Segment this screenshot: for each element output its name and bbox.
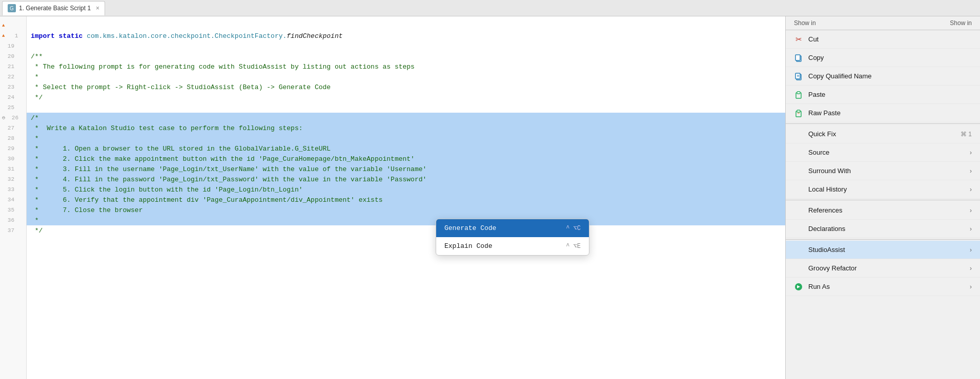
code-line: * 1. Open a browser to the URL stored in… <box>27 143 785 154</box>
code-line: /* <box>27 113 785 123</box>
local-history-icon <box>794 185 803 194</box>
references-label: References <box>808 206 965 214</box>
gutter-line: 28 <box>0 133 26 143</box>
surround-with-menu-item[interactable]: Surround With › <box>786 162 980 180</box>
paste-menu-item[interactable]: Paste <box>786 86 980 104</box>
studio-assist-arrow-icon: › <box>970 246 972 254</box>
generate-code-shortcut: ^ ⌥C <box>566 224 581 232</box>
groovy-refactor-arrow-icon: › <box>970 265 972 272</box>
code-line: */ <box>27 225 785 236</box>
quick-fix-icon <box>794 130 803 139</box>
gutter-line: 22 <box>0 72 26 82</box>
quick-fix-shortcut: ⌘ 1 <box>961 131 972 138</box>
code-line: * 6. Verify that the appointment div 'Pa… <box>27 195 785 205</box>
paste-icon <box>794 90 803 99</box>
groovy-refactor-menu-item[interactable]: Groovy Refactor › <box>786 259 980 278</box>
gutter-line: 25 <box>0 102 26 113</box>
code-container: ▲ ▲ 1 19 20 21 22 <box>0 16 785 379</box>
gutter-line: 27 <box>0 123 26 133</box>
gutter-line: ▲ 1 <box>0 31 26 41</box>
local-history-menu-item[interactable]: Local History › <box>786 180 980 199</box>
code-line: /** <box>27 51 785 61</box>
editor-tab[interactable]: G 1. Generate Basic Script 1 × <box>2 1 105 15</box>
menu-divider-1 <box>786 123 980 124</box>
studio-assist-icon <box>794 245 803 255</box>
code-line: * The following prompt is for generating… <box>27 61 785 72</box>
code-line: * 3. Fill in the username 'Page_Login/tx… <box>27 164 785 174</box>
show-in-header: Show in Show in <box>786 16 980 30</box>
cut-menu-item[interactable]: ✂ Cut <box>786 30 980 49</box>
tab-close-button[interactable]: × <box>96 5 99 12</box>
surround-with-arrow-icon: › <box>970 167 972 175</box>
run-icon-circle: ▶ <box>795 283 802 290</box>
menu-divider-3 <box>786 239 980 240</box>
references-menu-item[interactable]: References › <box>786 201 980 220</box>
studio-assist-label: StudioAssist <box>808 246 965 254</box>
gutter-line: 24 <box>0 92 26 102</box>
paste-label: Paste <box>808 91 972 98</box>
copy-icon <box>794 53 803 62</box>
code-line: */ <box>27 92 785 102</box>
references-arrow-icon: › <box>970 207 972 214</box>
code-line: * 7. Close the browser <box>27 205 785 215</box>
triangle-marker: ▲ <box>2 23 5 28</box>
explain-code-menu-item[interactable]: Explain Code ^ ⌥E <box>436 237 589 255</box>
editor-area[interactable]: ▲ ▲ 1 19 20 21 22 <box>0 16 785 379</box>
code-line: * <box>27 72 785 82</box>
source-menu-item[interactable]: Source › <box>786 143 980 162</box>
collapse-icon[interactable]: ⊖ <box>2 115 5 121</box>
surround-with-icon <box>794 166 803 176</box>
groovy-refactor-icon <box>794 264 803 273</box>
gutter-line: 37 <box>0 225 26 236</box>
line-gutter: ▲ ▲ 1 19 20 21 22 <box>0 16 27 379</box>
main-content: ▲ ▲ 1 19 20 21 22 <box>0 16 980 379</box>
copy-menu-item[interactable]: Copy <box>786 49 980 67</box>
gutter-line: 35 <box>0 205 26 215</box>
declarations-arrow-icon: › <box>970 225 972 233</box>
code-line: * Write a Katalon Studio test case to pe… <box>27 123 785 133</box>
gutter-line: 31 <box>0 164 26 174</box>
show-in-value: Show in <box>950 19 972 27</box>
code-line <box>27 41 785 51</box>
run-as-arrow-icon: › <box>970 283 972 290</box>
gutter-line: 29 <box>0 143 26 154</box>
code-line: * 5. Click the login button with the id … <box>27 184 785 195</box>
svg-rect-7 <box>797 92 800 94</box>
groovy-refactor-label: Groovy Refactor <box>808 264 965 272</box>
gutter-line: 33 <box>0 184 26 195</box>
raw-paste-icon <box>794 109 803 118</box>
cut-label: Cut <box>808 35 972 43</box>
code-line <box>27 20 785 31</box>
source-label: Source <box>808 149 965 156</box>
cut-icon: ✂ <box>794 35 803 44</box>
show-in-label: Show in <box>794 19 816 27</box>
gutter-line: 20 <box>0 51 26 61</box>
source-arrow-icon: › <box>970 149 972 156</box>
gutter-line: ▲ <box>0 20 26 31</box>
context-menu-panel: Show in Show in ✂ Cut Copy Copy Qualifie… <box>785 16 980 379</box>
quick-fix-menu-item[interactable]: Quick Fix ⌘ 1 <box>786 125 980 143</box>
code-lines[interactable]: import static com.kms.katalon.core.check… <box>27 16 785 379</box>
generate-code-menu-item[interactable]: Generate Code ^ ⌥C <box>436 219 589 237</box>
code-line: * 4. Fill in the password 'Page_Login/tx… <box>27 174 785 184</box>
source-icon <box>794 148 803 157</box>
gutter-line: 21 <box>0 61 26 72</box>
surround-with-label: Surround With <box>808 167 965 175</box>
run-as-label: Run As <box>808 283 965 290</box>
raw-paste-menu-item[interactable]: Raw Paste <box>786 104 980 122</box>
code-line: * <box>27 215 785 225</box>
declarations-menu-item[interactable]: Declarations › <box>786 220 980 238</box>
code-line: * Select the prompt -> Right-click -> St… <box>27 82 785 92</box>
studio-assist-menu-item[interactable]: StudioAssist › <box>786 241 980 259</box>
quick-fix-label: Quick Fix <box>808 130 955 138</box>
gutter-line: 36 <box>0 215 26 225</box>
gutter-line: 19 <box>0 41 26 51</box>
tab-icon: G <box>8 4 16 12</box>
raw-paste-label: Raw Paste <box>808 109 972 117</box>
copy-qualified-menu-item[interactable]: Copy Qualified Name <box>786 67 980 86</box>
run-as-menu-item[interactable]: ▶ Run As › <box>786 278 980 296</box>
explain-code-shortcut: ^ ⌥E <box>566 242 581 250</box>
gutter-line: 23 <box>0 82 26 92</box>
gutter-line: ⊖ 26 <box>0 113 26 123</box>
explain-code-label: Explain Code <box>444 242 493 250</box>
